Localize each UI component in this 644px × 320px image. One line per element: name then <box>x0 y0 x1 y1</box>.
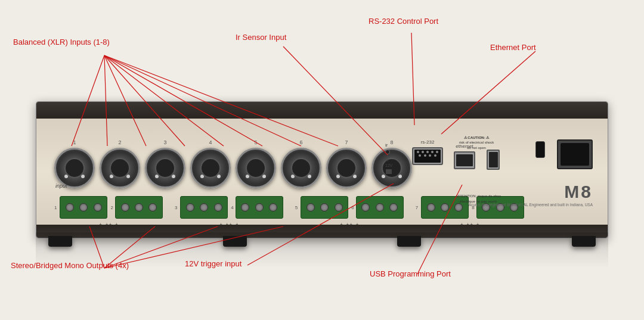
ethernet-port[interactable] <box>454 151 475 169</box>
xlr-port-7: 7 <box>326 139 367 188</box>
caution-body: risk of electrical shockdo not open <box>444 140 509 150</box>
terminal-block-1[interactable] <box>60 196 107 219</box>
terminal-screw <box>79 203 88 212</box>
brand-name: M8 <box>469 182 593 202</box>
terminal-screw <box>269 203 277 212</box>
xlr-section: 1 2 3 <box>54 139 412 188</box>
xlr-jack-3[interactable] <box>145 148 185 188</box>
xlr-port-4: 4 <box>190 139 231 188</box>
terminal-block-3[interactable] <box>180 196 228 219</box>
terminal-num-3: 3 <box>175 205 177 210</box>
device-body: 1 2 3 <box>36 101 608 238</box>
terminal-block-5[interactable] <box>301 196 348 219</box>
rs232-section: rs-232 <box>412 139 443 165</box>
terminal-screw <box>148 203 157 212</box>
xlr-port-2: 2 <box>100 139 140 188</box>
port-num-3: 3 <box>163 139 166 145</box>
annotation-ir-sensor: Ir Sensor Input <box>236 33 286 42</box>
ir-sensor-port[interactable] <box>385 150 390 154</box>
power-switch-section <box>535 141 545 158</box>
terminal-screw <box>241 203 249 212</box>
terminal-group-1-2: 1 2 + - + + - + <box>54 196 163 226</box>
port-num-6: 6 <box>299 139 302 145</box>
terminal-pin-labels-4: + - + + - + <box>460 222 479 226</box>
terminal-num-4: 4 <box>231 205 233 210</box>
terminal-screw <box>441 203 449 212</box>
usb-inner <box>489 152 498 167</box>
terminal-screw <box>320 203 329 212</box>
terminal-screw <box>135 203 143 212</box>
power-connector-inner <box>561 143 589 166</box>
xlr-jack-4[interactable] <box>190 148 231 188</box>
xlr-jack-2[interactable] <box>100 148 140 188</box>
port-num-1: 1 <box>73 139 76 145</box>
usb-port[interactable] <box>487 150 500 170</box>
terminal-num-2: 2 <box>110 205 113 210</box>
power-switch[interactable] <box>535 141 545 158</box>
xlr-port-3: 3 <box>145 139 185 188</box>
terminal-screw <box>427 203 435 212</box>
power-connector-section <box>557 139 593 169</box>
terminal-screw <box>361 203 370 212</box>
annotation-balanced-inputs: Balanced (XLR) Inputs (1-8) <box>13 38 110 46</box>
terminal-pin-labels-1: + - + + - + <box>100 222 118 226</box>
xlr-jack-7[interactable] <box>326 148 367 188</box>
rs232-port[interactable] <box>412 147 443 165</box>
usb-section <box>487 150 500 170</box>
terminal-block-6[interactable] <box>356 196 404 219</box>
device-face: 1 2 3 <box>36 119 608 225</box>
terminal-group-3-4: 3 4 + - + + - + <box>175 196 283 226</box>
terminal-screw <box>255 203 264 212</box>
terminal-screw <box>66 203 74 212</box>
port-num-7: 7 <box>345 139 348 145</box>
terminal-screw <box>214 203 222 212</box>
caution-title: ⚠ CAUTION: ⚠ <box>444 135 509 140</box>
terminal-num-1: 1 <box>54 205 57 210</box>
terminal-screw <box>306 203 315 212</box>
terminal-screw <box>200 203 208 212</box>
terminal-block-4[interactable] <box>236 196 283 219</box>
terminal-screw <box>376 203 384 212</box>
terminal-screw <box>454 203 463 212</box>
terminal-num-7: 7 <box>416 205 418 210</box>
xlr-port-5: 5 <box>236 139 276 188</box>
trigger-voltage-label: 12V <box>385 163 392 167</box>
brand-section: M8 Acurus is a registered brand of IAL E… <box>469 182 593 208</box>
port-num-4: 4 <box>209 139 212 145</box>
port-num-5: 5 <box>254 139 257 145</box>
ir-label: ir <box>385 142 392 148</box>
port-num-2: 2 <box>118 139 121 145</box>
xlr-port-1: 1 <box>54 139 95 188</box>
device-top-strip <box>36 102 608 119</box>
trigger-port[interactable] <box>385 169 392 175</box>
terminal-screw <box>389 203 398 212</box>
trigger-label: in <box>385 158 392 162</box>
brand-subtitle: Acurus is a registered brand of IAL Engi… <box>469 202 593 208</box>
terminal-pin-labels-3: + - + + - + <box>340 222 358 226</box>
terminal-pin-labels-2: + - + + - + <box>219 222 238 226</box>
terminal-screw <box>335 203 343 212</box>
ir-trigger-section: ir in 12V <box>385 142 392 175</box>
rs232-inner <box>414 150 441 163</box>
terminal-num-5: 5 <box>295 205 298 210</box>
terminal-block-2[interactable] <box>115 196 163 219</box>
xlr-port-6: 6 <box>281 139 321 188</box>
power-connector[interactable] <box>557 139 593 169</box>
annotation-usb: USB Programming Port <box>370 269 451 278</box>
xlr-jack-1[interactable] <box>54 148 95 188</box>
xlr-jack-6[interactable] <box>281 148 321 188</box>
terminal-screw <box>186 203 194 212</box>
terminal-group-5-6: 5 6 + - + + - + <box>295 196 404 226</box>
annotation-trigger: 12V trigger input <box>185 259 242 268</box>
terminal-num-6: 6 <box>351 205 354 210</box>
annotation-rs232: RS-232 Control Port <box>369 17 438 26</box>
input-label: input <box>55 183 67 189</box>
caution-text: ⚠ CAUTION: ⚠ risk of electrical shockdo … <box>444 135 509 150</box>
xlr-jack-5[interactable] <box>236 148 276 188</box>
annotation-ethernet: Ethernet Port <box>490 43 536 52</box>
rs232-label: rs-232 <box>412 139 443 145</box>
terminal-screw <box>94 203 102 212</box>
ethernet-inner <box>456 154 473 166</box>
terminal-screw <box>121 203 129 212</box>
annotation-stereo-outputs: Stereo/Bridged Mono Outputs (4x) <box>11 261 129 270</box>
